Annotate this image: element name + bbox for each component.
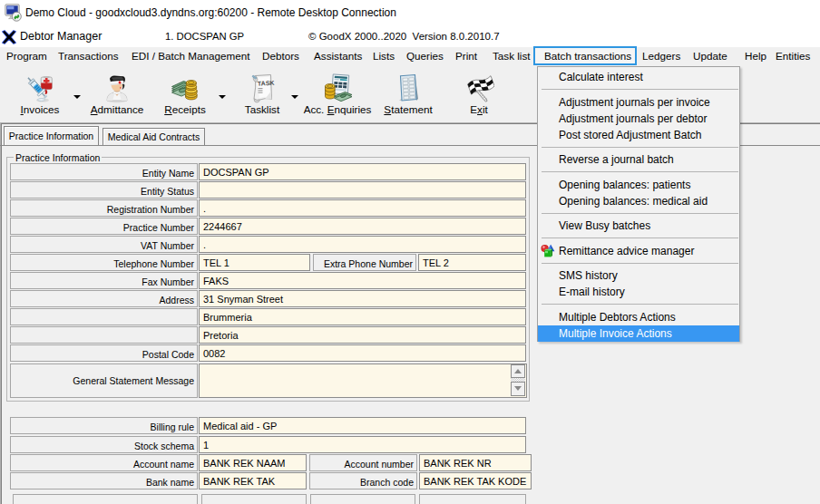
svg-text:TASK: TASK — [258, 80, 275, 87]
